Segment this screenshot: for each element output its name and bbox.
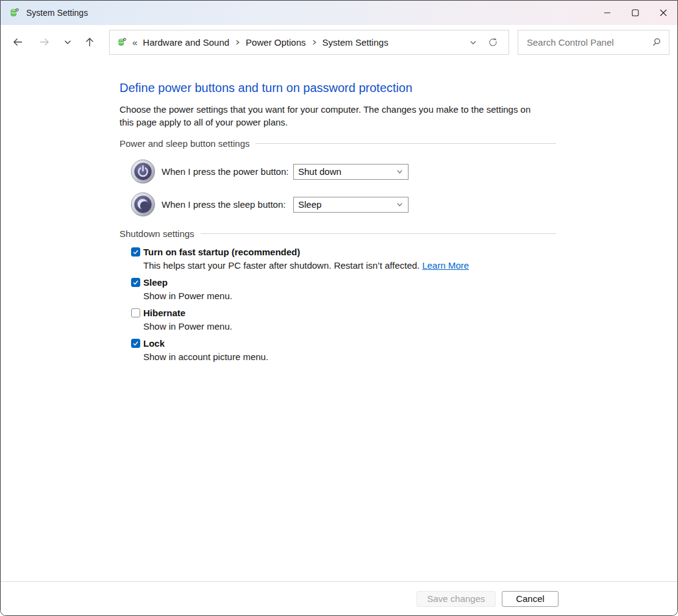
window-controls xyxy=(593,1,677,25)
refresh-icon xyxy=(487,37,499,48)
option-head[interactable]: Hibernate xyxy=(131,306,677,319)
sleep-button-label: When I press the sleep button: xyxy=(162,199,293,210)
up-arrow-icon xyxy=(84,36,96,48)
titlebar: System Settings xyxy=(1,1,677,25)
save-changes-button[interactable]: Save changes xyxy=(416,591,496,607)
breadcrumb-bar: « Hardware and Sound Power Options Syste… xyxy=(109,30,509,55)
search-box xyxy=(518,30,669,55)
option-fast-startup: Turn on fast startup (recommended) This … xyxy=(131,246,677,272)
option-description: Show in Power menu. xyxy=(143,320,677,333)
breadcrumb-separator-icon xyxy=(311,39,318,46)
selected-value: Sleep xyxy=(298,199,396,210)
checkmark-icon xyxy=(132,340,139,347)
close-icon xyxy=(660,9,667,16)
option-head[interactable]: Turn on fast startup (recommended) xyxy=(131,246,677,258)
sleep-button-row: When I press the sleep button: Sleep xyxy=(130,192,677,217)
description-text: This helps start your PC faster after sh… xyxy=(143,260,422,271)
option-lock: Lock Show in account picture menu. xyxy=(131,337,677,363)
shutdown-section-header: Shutdown settings xyxy=(120,228,556,239)
checkmark-icon xyxy=(132,249,139,255)
option-description: Show in Power menu. xyxy=(143,289,677,302)
chevron-down-icon xyxy=(396,168,404,175)
recent-pages-button[interactable] xyxy=(57,30,79,54)
section-title: Power and sleep button settings xyxy=(120,138,249,149)
window-title: System Settings xyxy=(26,8,88,18)
back-button[interactable] xyxy=(7,30,29,54)
hibernate-checkbox[interactable] xyxy=(131,308,140,317)
option-hibernate: Hibernate Show in Power menu. xyxy=(131,306,677,333)
breadcrumb-separator-icon xyxy=(234,39,241,46)
learn-more-link[interactable]: Learn More xyxy=(422,260,469,271)
page-intro: Choose the power settings that you want … xyxy=(120,103,546,129)
option-label[interactable]: Hibernate xyxy=(143,306,185,319)
search-input[interactable] xyxy=(526,37,651,48)
option-head[interactable]: Sleep xyxy=(131,276,677,289)
chevron-down-icon xyxy=(468,38,478,48)
option-head[interactable]: Lock xyxy=(131,337,677,350)
option-label[interactable]: Sleep xyxy=(143,276,168,289)
minimize-button[interactable] xyxy=(593,1,621,25)
forward-arrow-icon xyxy=(38,36,51,48)
breadcrumb-overflow[interactable]: « xyxy=(132,37,137,48)
system-settings-window: System Settings xyxy=(0,0,678,616)
footer-bar: Save changes Cancel xyxy=(1,581,677,615)
option-label[interactable]: Lock xyxy=(143,337,165,350)
breadcrumb-hardware-and-sound[interactable]: Hardware and Sound xyxy=(143,37,229,48)
power-button-label: When I press the power button: xyxy=(162,166,293,177)
power-button-row: When I press the power button: Shut down xyxy=(130,159,677,184)
cancel-button[interactable]: Cancel xyxy=(502,591,558,607)
breadcrumb-system-settings[interactable]: System Settings xyxy=(323,37,388,48)
up-button[interactable] xyxy=(79,30,101,54)
search-icon[interactable] xyxy=(651,37,662,48)
sleep-button-icon xyxy=(130,192,155,217)
option-description: Show in account picture menu. xyxy=(143,350,677,363)
fast-startup-checkbox[interactable] xyxy=(131,247,140,257)
main-content: Define power buttons and turn on passwor… xyxy=(1,60,677,363)
close-button[interactable] xyxy=(649,1,677,25)
navigation-toolbar: « Hardware and Sound Power Options Syste… xyxy=(1,25,677,60)
option-description: This helps start your PC faster after sh… xyxy=(143,259,677,272)
lock-checkbox[interactable] xyxy=(131,339,140,348)
power-button-icon xyxy=(130,159,155,184)
minimize-icon xyxy=(604,9,611,16)
option-sleep: Sleep Show in Power menu. xyxy=(131,276,677,302)
maximize-button[interactable] xyxy=(621,1,649,25)
checkmark-icon xyxy=(132,279,139,286)
section-title: Shutdown settings xyxy=(120,228,194,239)
forward-button[interactable] xyxy=(34,30,55,54)
back-arrow-icon xyxy=(12,36,24,48)
power-options-battery-icon xyxy=(9,7,20,18)
power-sleep-section-header: Power and sleep button settings xyxy=(120,138,556,149)
selected-value: Shut down xyxy=(298,166,396,177)
power-options-battery-icon xyxy=(117,37,127,48)
power-button-action-select[interactable]: Shut down xyxy=(293,164,409,180)
chevron-down-icon xyxy=(396,200,404,208)
option-label[interactable]: Turn on fast startup (recommended) xyxy=(143,246,300,258)
sleep-checkbox[interactable] xyxy=(131,278,140,287)
chevron-down-icon xyxy=(63,38,72,46)
sleep-button-action-select[interactable]: Sleep xyxy=(293,197,409,213)
page-title: Define power buttons and turn on passwor… xyxy=(120,81,677,95)
address-dropdown-button[interactable] xyxy=(463,31,483,54)
breadcrumb-power-options[interactable]: Power Options xyxy=(246,37,305,48)
maximize-icon xyxy=(632,9,639,16)
refresh-button[interactable] xyxy=(483,31,502,54)
